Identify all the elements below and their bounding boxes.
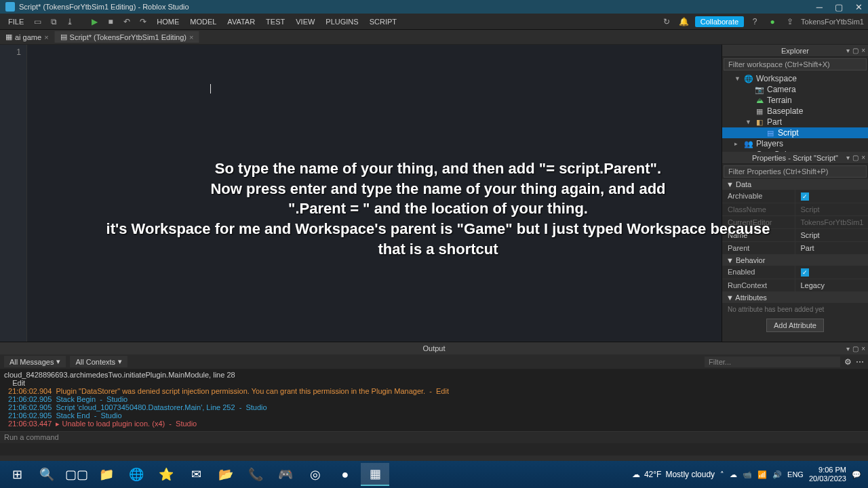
share-icon[interactable]: ⇪ [783, 15, 797, 28]
output-messages-filter[interactable]: All Messages ▾ [4, 356, 66, 367]
titlebar: Script* (TokensForYtbSim1 Editing) - Rob… [0, 0, 868, 14]
edge-button[interactable]: 🌐 [122, 463, 151, 486]
document-tab-bar: ▦ ai game × ▤ Script* (TokensForYtbSim1 … [0, 30, 868, 45]
archivable-checkbox[interactable]: ✓ [801, 192, 809, 201]
tree-terrain[interactable]: ⛰Terrain [722, 95, 868, 106]
command-input[interactable]: Run a command [0, 431, 868, 443]
close-icon[interactable]: × [861, 154, 865, 161]
prop-cat-data[interactable]: ▼ Data [722, 179, 868, 190]
help-icon[interactable]: ? [748, 15, 762, 28]
chevron-down-icon[interactable]: ▾ [846, 345, 850, 352]
notifications-icon[interactable]: 🔔 [677, 15, 691, 28]
chevron-down-icon: ▾ [56, 357, 60, 366]
baseplate-icon: ▦ [755, 106, 764, 116]
close-icon[interactable]: × [861, 345, 865, 352]
weather-widget[interactable]: ☁ 42°F Mostly cloudy [632, 470, 715, 479]
play-icon[interactable]: ▶ [87, 15, 101, 28]
menu-test[interactable]: TEST [262, 18, 289, 26]
minimize-button[interactable]: ─ [816, 2, 823, 12]
tree-workspace[interactable]: ▼🌐Workspace [722, 73, 868, 84]
discord-button[interactable]: 🎮 [271, 463, 300, 486]
menu-model[interactable]: MODEL [186, 18, 220, 26]
tab-ai-game[interactable]: ▦ ai game × [0, 31, 55, 43]
menu-plugins[interactable]: PLUGINS [321, 18, 362, 26]
folder-button[interactable]: 📂 [212, 463, 240, 486]
taskview-button[interactable]: ▢▢ [62, 463, 91, 486]
undo-icon[interactable]: ↶ [120, 15, 134, 28]
mail-button[interactable]: ✉ [182, 463, 210, 486]
maximize-button[interactable]: ▢ [835, 2, 843, 12]
code-line-input[interactable] [34, 47, 715, 58]
windows-taskbar: ⊞ 🔍 ▢▢ 📁 🌐 ⭐ ✉ 📂 📞 🎮 ◎ ● ▦ ☁ 42°F Mostly… [0, 461, 868, 488]
globe-icon: 🌐 [744, 74, 753, 83]
app-button[interactable]: ⭐ [152, 463, 180, 486]
close-icon[interactable]: × [44, 33, 48, 41]
open-icon[interactable]: ⧉ [47, 15, 60, 28]
properties-header: Properties - Script "Script" ▾▢× [722, 152, 868, 164]
output-log[interactable]: cloud_8428896693.archimedesTwo.initiateP… [0, 369, 868, 431]
user-badge[interactable]: TokensForYtbSim1 [801, 18, 864, 26]
onedrive-icon[interactable]: ☁ [730, 470, 737, 479]
close-button[interactable]: ✕ [855, 2, 863, 12]
redo-icon[interactable]: ↷ [136, 15, 150, 28]
menu-home[interactable]: HOME [153, 18, 183, 26]
chrome-button[interactable]: ◎ [301, 463, 330, 486]
save-icon[interactable]: ⤓ [63, 15, 77, 28]
prop-cat-behavior[interactable]: ▼ Behavior [722, 255, 868, 266]
menu-script[interactable]: SCRIPT [366, 18, 401, 26]
search-button[interactable]: 🔍 [33, 463, 61, 486]
chevron-down-icon[interactable]: ▾ [846, 47, 850, 54]
undock-icon[interactable]: ▢ [852, 345, 859, 352]
prop-cat-attributes[interactable]: ▼ Attributes [722, 292, 868, 303]
tree-players[interactable]: ▸👥Players [722, 138, 868, 149]
obs-button[interactable]: ● [331, 463, 359, 486]
output-settings-icon[interactable]: ⚙ [844, 357, 852, 367]
close-icon[interactable]: × [861, 47, 865, 54]
prop-runcontext-value[interactable]: Legacy [795, 279, 869, 291]
file-menu[interactable]: FILE [4, 18, 28, 26]
tab-script[interactable]: ▤ Script* (TokensForYtbSim1 Editing) × [55, 31, 200, 43]
tree-baseplate[interactable]: ▦Baseplate [722, 106, 868, 117]
chevron-down-icon: ▾ [118, 357, 122, 366]
notifications-icon[interactable]: 💬 [852, 470, 861, 479]
tray-chevron-icon[interactable]: ˄ [720, 470, 724, 479]
volume-icon[interactable]: 🔊 [772, 470, 782, 479]
output-contexts-filter[interactable]: All Contexts ▾ [70, 356, 127, 367]
clock[interactable]: 9:06 PM 20/03/2023 [809, 466, 846, 483]
status-dot-icon[interactable]: ● [766, 15, 779, 28]
menu-avatar[interactable]: AVATAR [223, 18, 259, 26]
script-icon: ▤ [60, 33, 67, 41]
prop-parent-value[interactable]: Part [795, 242, 869, 254]
cloud-icon: ☁ [632, 470, 640, 479]
collaborate-button[interactable]: Collaborate [695, 16, 744, 27]
explorer-filter[interactable]: Filter workspace (Ctrl+Shift+X) [724, 58, 867, 70]
more-icon[interactable]: ⋯ [856, 357, 864, 367]
tree-camera[interactable]: 📷Camera [722, 84, 868, 95]
chevron-down-icon[interactable]: ▾ [846, 154, 850, 161]
start-button[interactable]: ⊞ [3, 463, 31, 486]
undock-icon[interactable]: ▢ [852, 154, 859, 161]
roblox-studio-button[interactable]: ▦ [361, 463, 389, 486]
text-cursor [210, 84, 211, 94]
file-explorer-button[interactable]: 📁 [92, 463, 121, 486]
updates-icon[interactable]: ↻ [660, 15, 673, 28]
new-icon[interactable]: ▭ [31, 15, 44, 28]
viber-button[interactable]: 📞 [241, 463, 270, 486]
output-text-filter[interactable]: Filter... [705, 357, 840, 367]
prop-name-value[interactable]: Script [795, 229, 869, 241]
code-editor[interactable]: 1 [0, 45, 722, 342]
wifi-icon[interactable]: 📶 [757, 470, 767, 479]
undock-icon[interactable]: ▢ [852, 47, 859, 54]
app-icon [5, 2, 15, 12]
properties-filter[interactable]: Filter Properties (Ctrl+Shift+P) [724, 165, 867, 178]
language-indicator[interactable]: ENG [787, 470, 804, 479]
meet-now-icon[interactable]: 📹 [743, 470, 752, 479]
script-icon: ▤ [766, 128, 775, 138]
menu-view[interactable]: VIEW [292, 18, 319, 26]
stop-icon[interactable]: ■ [104, 15, 117, 28]
tree-part[interactable]: ▼◧Part [722, 117, 868, 127]
tree-script[interactable]: ▤Script [722, 127, 868, 138]
add-attribute-button[interactable]: Add Attribute [766, 319, 824, 332]
close-icon[interactable]: × [189, 33, 193, 41]
enabled-checkbox[interactable]: ✓ [801, 268, 809, 277]
